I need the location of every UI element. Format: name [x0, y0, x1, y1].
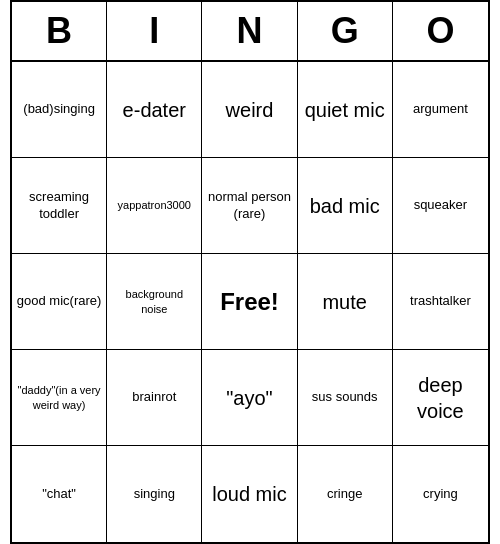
bingo-cell: mute [298, 254, 393, 350]
bingo-cell: weird [202, 62, 297, 158]
header-letter: G [298, 2, 393, 60]
bingo-cell: e-dater [107, 62, 202, 158]
bingo-cell: good mic(rare) [12, 254, 107, 350]
bingo-cell: bad mic [298, 158, 393, 254]
bingo-grid: (bad)singinge-daterweirdquiet micargumen… [12, 62, 488, 542]
bingo-cell: normal person (rare) [202, 158, 297, 254]
header-letter: B [12, 2, 107, 60]
bingo-cell: deep voice [393, 350, 488, 446]
bingo-cell: quiet mic [298, 62, 393, 158]
bingo-cell: "daddy"(in a very weird way) [12, 350, 107, 446]
header-letter: O [393, 2, 488, 60]
bingo-header: BINGO [12, 2, 488, 62]
bingo-cell: "chat" [12, 446, 107, 542]
header-letter: I [107, 2, 202, 60]
bingo-cell: sus sounds [298, 350, 393, 446]
bingo-cell: (bad)singing [12, 62, 107, 158]
bingo-card: BINGO (bad)singinge-daterweirdquiet mica… [10, 0, 490, 544]
bingo-cell: singing [107, 446, 202, 542]
bingo-cell: yappatron3000 [107, 158, 202, 254]
bingo-cell: cringe [298, 446, 393, 542]
bingo-cell: squeaker [393, 158, 488, 254]
header-letter: N [202, 2, 297, 60]
bingo-cell: argument [393, 62, 488, 158]
bingo-cell: screaming toddler [12, 158, 107, 254]
bingo-cell: brainrot [107, 350, 202, 446]
bingo-cell: Free! [202, 254, 297, 350]
bingo-cell: loud mic [202, 446, 297, 542]
bingo-cell: trashtalker [393, 254, 488, 350]
bingo-cell: crying [393, 446, 488, 542]
bingo-cell: background noise [107, 254, 202, 350]
bingo-cell: "ayo" [202, 350, 297, 446]
